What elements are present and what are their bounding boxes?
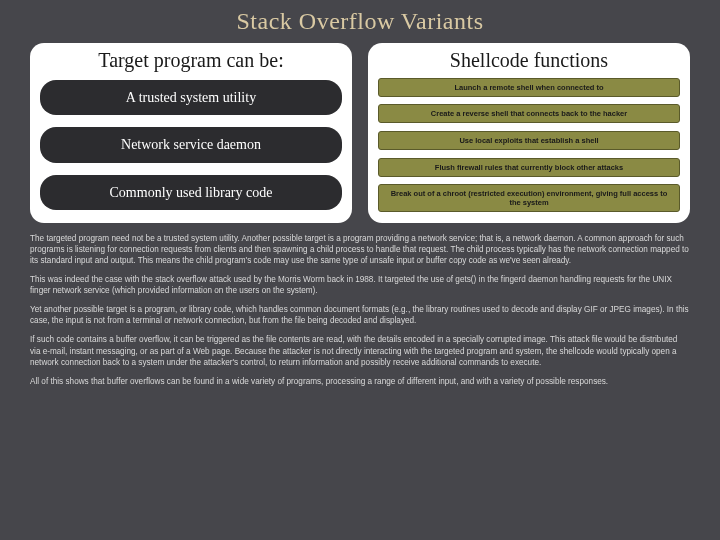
shellcode-item: Launch a remote shell when connected to	[378, 78, 680, 97]
shellcode-item: Flush firewall rules that currently bloc…	[378, 158, 680, 177]
shellcode-panel: Shellcode functions Launch a remote shel…	[368, 43, 690, 223]
shellcode-items: Launch a remote shell when connected to …	[378, 77, 680, 213]
shellcode-item: Create a reverse shell that connects bac…	[378, 104, 680, 123]
shellcode-heading: Shellcode functions	[378, 49, 680, 71]
target-items: A trusted system utility Network service…	[40, 77, 342, 213]
target-item: Network service daemon	[40, 127, 342, 162]
shellcode-item: Use local exploits that establish a shel…	[378, 131, 680, 150]
shellcode-item: Break out of a chroot (restricted execut…	[378, 184, 680, 212]
target-item: Commonly used library code	[40, 175, 342, 210]
body-paragraph: Yet another possible target is a program…	[30, 304, 690, 326]
body-paragraph: All of this shows that buffer overflows …	[30, 376, 690, 387]
body-paragraph: The targeted program need not be a trust…	[30, 233, 690, 266]
target-item: A trusted system utility	[40, 80, 342, 115]
body-paragraph: This was indeed the case with the stack …	[30, 274, 690, 296]
target-panel: Target program can be: A trusted system …	[30, 43, 352, 223]
target-heading: Target program can be:	[40, 49, 342, 71]
panels-row: Target program can be: A trusted system …	[30, 43, 690, 223]
body-paragraph: If such code contains a buffer overflow,…	[30, 334, 690, 367]
slide-title: Stack Overflow Variants	[30, 8, 690, 35]
